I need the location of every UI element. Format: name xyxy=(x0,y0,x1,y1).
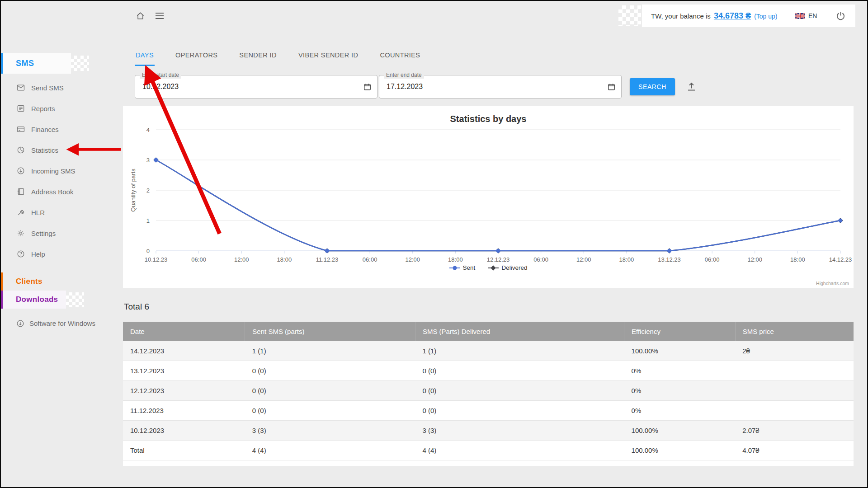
svg-text:0: 0 xyxy=(146,248,150,254)
table-row: 14.12.20231 (1)1 (1)100.00%2₴ xyxy=(123,341,854,361)
legend-item-sent[interactable]: Sent xyxy=(449,264,476,271)
legend-marker xyxy=(449,265,460,271)
sidebar-item-software-for-windows[interactable]: Software for Windows xyxy=(1,318,119,329)
sidebar-item-statistics[interactable]: Statistics xyxy=(1,140,123,160)
table-cell: 3 (3) xyxy=(415,421,624,441)
calendar-icon[interactable] xyxy=(363,83,372,91)
column-header-efficiency: Efficiency xyxy=(624,322,736,341)
tab-sender-id[interactable]: SENDER ID xyxy=(238,46,278,66)
table-cell xyxy=(735,381,854,401)
table-cell: 13.12.2023 xyxy=(123,361,245,381)
series-marker-sent xyxy=(325,249,329,253)
logout-button[interactable] xyxy=(835,10,846,22)
sidebar-item-label: Incoming SMS xyxy=(31,167,75,175)
tab-operators[interactable]: OPERATORS xyxy=(175,46,218,66)
sidebar-item-label: Reports xyxy=(31,105,55,113)
start-date-field[interactable]: Enter start date xyxy=(135,75,377,99)
home-button[interactable] xyxy=(135,10,146,21)
end-date-field[interactable]: Enter end date xyxy=(379,75,622,99)
sidebar-item-incoming-sms[interactable]: Incoming SMS xyxy=(1,160,123,181)
sidebar-item-finances[interactable]: Finances xyxy=(1,119,123,140)
language-selector[interactable]: EN xyxy=(795,12,817,19)
table-row: 12.12.20230 (0)0 (0)0% xyxy=(123,381,854,401)
table-cell xyxy=(735,361,854,381)
svg-text:12.12.23: 12.12.23 xyxy=(487,256,510,263)
app-window: SMS Send SMS Reports Finances Statistics… xyxy=(0,0,868,488)
chart-legend: SentDelivered xyxy=(123,264,854,271)
table-cell: 1 (1) xyxy=(245,341,415,361)
menu-button[interactable] xyxy=(154,11,165,20)
tab-days[interactable]: DAYS xyxy=(135,46,155,66)
series-marker-sent xyxy=(667,249,671,253)
sidebar-item-help[interactable]: Help xyxy=(1,244,123,264)
topbar: TW, your balance is 34.6783 ₴ (Top up) E… xyxy=(123,1,868,31)
envelope-icon xyxy=(16,83,25,92)
start-date-input[interactable] xyxy=(142,82,356,91)
tab-viber-sender-id[interactable]: VIBER SENDER ID xyxy=(297,46,359,66)
wrench-icon xyxy=(16,208,25,217)
download-icon xyxy=(16,319,25,328)
table-cell: 4.07₴ xyxy=(735,441,854,460)
svg-text:1: 1 xyxy=(146,217,150,224)
table-cell: 10.12.2023 xyxy=(123,421,245,441)
address-book-icon xyxy=(16,187,25,196)
home-icon xyxy=(136,11,145,20)
incoming-sms-icon xyxy=(16,166,25,175)
table-cell: 100.00% xyxy=(624,441,736,460)
statistics-table: Date Sent SMS (parts) SMS (Parts) Delive… xyxy=(123,322,854,460)
svg-text:06:00: 06:00 xyxy=(363,256,377,263)
language-label: EN xyxy=(808,12,817,19)
uk-flag-icon xyxy=(795,13,805,19)
svg-text:13.12.23: 13.12.23 xyxy=(658,256,681,263)
table-cell: 100.00% xyxy=(624,341,736,361)
end-date-input[interactable] xyxy=(386,82,600,91)
legend-item-delivered[interactable]: Delivered xyxy=(488,264,527,271)
svg-text:18:00: 18:00 xyxy=(277,256,292,263)
svg-text:18:00: 18:00 xyxy=(448,256,463,263)
sidebar-item-label: Statistics xyxy=(31,146,58,154)
table-cell: 0 (0) xyxy=(245,401,415,421)
sidebar-item-address-book[interactable]: Address Book xyxy=(1,181,123,202)
table-row: 11.12.20230 (0)0 (0)0% xyxy=(123,401,854,421)
pixel-decoration xyxy=(71,56,89,71)
total-count-label: Total 6 xyxy=(124,302,854,312)
sms-section-label: SMS xyxy=(16,59,34,68)
column-header-price: SMS price xyxy=(735,322,854,341)
table-cell: 0 (0) xyxy=(415,381,624,401)
sidebar-item-reports[interactable]: Reports xyxy=(1,98,123,119)
account-panel: TW, your balance is 34.6783 ₴ (Top up) E… xyxy=(642,5,855,27)
search-button[interactable]: SEARCH xyxy=(630,78,675,95)
chart-plot-area: Quantity of parts 0123410.12.2306:0012:0… xyxy=(123,128,854,263)
sidebar-section-sms[interactable]: SMS xyxy=(1,53,123,74)
help-icon xyxy=(16,249,25,258)
sidebar-item-hlr[interactable]: HLR xyxy=(1,202,123,223)
statistics-tabs: DAYS OPERATORS SENDER ID VIBER SENDER ID… xyxy=(135,46,854,66)
svg-text:18:00: 18:00 xyxy=(790,256,805,263)
svg-text:18:00: 18:00 xyxy=(619,256,634,263)
tab-countries[interactable]: COUNTRIES xyxy=(379,46,421,66)
sidebar-section-clients[interactable]: Clients xyxy=(1,272,123,291)
pixel-decoration xyxy=(66,292,84,307)
svg-text:06:00: 06:00 xyxy=(705,256,720,263)
table-cell: Total xyxy=(123,441,245,460)
export-button[interactable] xyxy=(684,80,699,94)
power-icon xyxy=(835,10,846,22)
end-date-label: Enter end date xyxy=(384,72,424,79)
sidebar-item-label: Finances xyxy=(31,126,59,133)
statistics-table-panel: Date Sent SMS (parts) SMS (Parts) Delive… xyxy=(123,322,854,466)
chart-y-axis-label: Quantity of parts xyxy=(130,169,137,211)
main-content: DAYS OPERATORS SENDER ID VIBER SENDER ID… xyxy=(123,31,868,487)
sidebar-item-send-sms[interactable]: Send SMS xyxy=(1,77,123,98)
table-cell: 14.12.2023 xyxy=(123,341,245,361)
hamburger-icon xyxy=(155,12,164,19)
calendar-icon[interactable] xyxy=(607,83,616,91)
finances-icon xyxy=(16,125,25,134)
sidebar-item-settings[interactable]: Settings xyxy=(1,223,123,244)
balance-text: TW, your balance is 34.6783 ₴ (Top up) xyxy=(651,11,778,21)
sidebar-item-label: Help xyxy=(31,250,45,258)
top-up-link[interactable]: (Top up) xyxy=(754,13,777,20)
balance-value-link[interactable]: 34.6783 ₴ xyxy=(714,11,751,20)
balance-label: TW, your balance is xyxy=(651,12,711,20)
sidebar-section-downloads[interactable]: Downloads xyxy=(1,291,123,309)
table-cell: 1 (1) xyxy=(415,341,624,361)
